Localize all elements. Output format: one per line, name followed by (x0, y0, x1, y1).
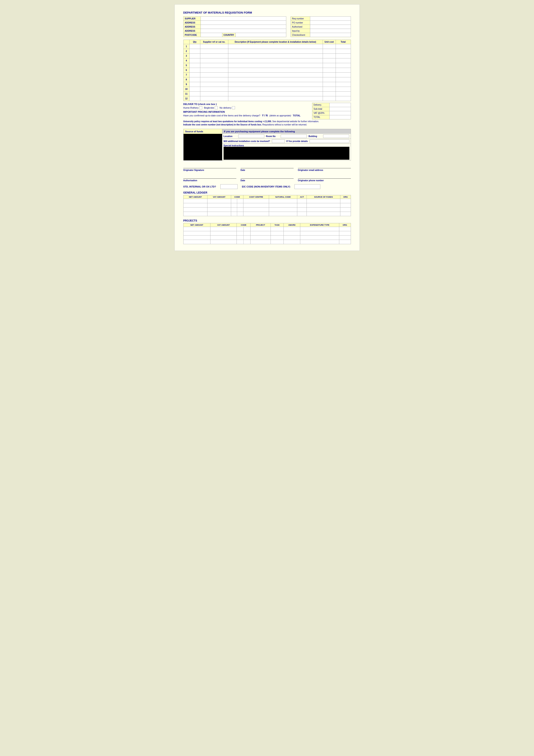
proj-cell[interactable] (300, 240, 339, 244)
supplier-ref-cell[interactable] (200, 82, 228, 87)
delivery-value[interactable] (330, 103, 351, 107)
description-cell[interactable] (228, 96, 323, 101)
gl-cell[interactable] (297, 207, 307, 212)
supplier-ref-cell[interactable] (200, 68, 228, 73)
gl-cell[interactable] (207, 199, 231, 203)
supplier-ref-cell[interactable] (200, 96, 228, 101)
originator-email-line[interactable] (298, 164, 351, 168)
supplier-ref-cell[interactable] (200, 92, 228, 96)
total-value[interactable] (330, 115, 351, 119)
checked-sent-value[interactable] (310, 33, 351, 37)
gl-cell[interactable] (297, 212, 307, 216)
proj-cell[interactable] (339, 231, 351, 235)
supplier-ref-cell[interactable] (200, 63, 228, 68)
qty-cell[interactable] (189, 73, 200, 77)
authorisation-line[interactable] (183, 174, 236, 179)
gl-cell[interactable] (297, 199, 307, 203)
description-cell[interactable] (228, 58, 323, 63)
description-cell[interactable] (228, 54, 323, 58)
unit-cost-cell[interactable] (323, 49, 336, 54)
hume-checkbox[interactable] (199, 106, 202, 109)
supplier-ref-cell[interactable] (200, 44, 228, 49)
gl-cell[interactable] (207, 203, 231, 207)
unit-cost-cell[interactable] (323, 73, 336, 77)
unit-cost-cell[interactable] (323, 77, 336, 82)
gl-cell[interactable] (243, 199, 269, 203)
deliver-begbroke[interactable]: Begbroke (204, 106, 218, 109)
unit-cost-cell[interactable] (323, 96, 336, 101)
special-instructions-body[interactable] (224, 147, 349, 160)
proj-cell[interactable] (270, 235, 284, 240)
description-cell[interactable] (228, 63, 323, 68)
gl-cell[interactable] (207, 207, 231, 212)
description-cell[interactable] (228, 82, 323, 87)
req-number-value[interactable] (310, 16, 351, 20)
qty-cell[interactable] (189, 63, 200, 68)
description-cell[interactable] (228, 87, 323, 92)
address3-value[interactable] (201, 29, 286, 33)
proj-cell[interactable] (284, 231, 300, 235)
proj-cell[interactable] (250, 235, 271, 240)
proj-cell[interactable] (183, 227, 210, 231)
total-cell[interactable] (336, 49, 351, 54)
qty-cell[interactable] (189, 92, 200, 96)
supplier-ref-cell[interactable] (200, 49, 228, 54)
installation-input[interactable] (272, 139, 285, 143)
gl-cell[interactable] (231, 203, 243, 207)
total-cell[interactable] (336, 44, 351, 49)
proj-cell[interactable] (210, 240, 237, 244)
proj-cell[interactable] (237, 240, 250, 244)
total-cell[interactable] (336, 58, 351, 63)
no-delivery-checkbox[interactable] (232, 106, 235, 109)
proj-cell[interactable] (270, 231, 284, 235)
description-cell[interactable] (228, 77, 323, 82)
proj-cell[interactable] (300, 231, 339, 235)
eic-input[interactable] (294, 184, 320, 189)
qty-cell[interactable] (189, 44, 200, 49)
authorised-value[interactable] (310, 25, 351, 29)
gl-cell[interactable] (340, 207, 351, 212)
proj-cell[interactable] (237, 235, 250, 240)
gl-cell[interactable] (340, 199, 351, 203)
proj-cell[interactable] (284, 240, 300, 244)
proj-cell[interactable] (250, 227, 271, 231)
location-input[interactable] (238, 134, 264, 138)
gl-cell[interactable] (183, 203, 207, 207)
description-cell[interactable] (228, 68, 323, 73)
gl-cell[interactable] (183, 199, 207, 203)
source-of-funds-body[interactable] (184, 134, 222, 160)
gl-cell[interactable] (269, 203, 297, 207)
description-cell[interactable] (228, 92, 323, 96)
gl-cell[interactable] (207, 212, 231, 216)
originator-phone-line[interactable] (298, 174, 351, 179)
unit-cost-cell[interactable] (323, 82, 336, 87)
total-cell[interactable] (336, 73, 351, 77)
gl-cell[interactable] (231, 212, 243, 216)
unit-cost-cell[interactable] (323, 54, 336, 58)
gl-cell[interactable] (340, 212, 351, 216)
proj-cell[interactable] (300, 227, 339, 231)
total-cell[interactable] (336, 87, 351, 92)
proj-cell[interactable] (250, 231, 271, 235)
supplier-ref-cell[interactable] (200, 87, 228, 92)
qty-cell[interactable] (189, 68, 200, 73)
gl-cell[interactable] (243, 212, 269, 216)
gl-cell[interactable] (269, 212, 297, 216)
vat-value[interactable] (330, 111, 351, 115)
unit-cost-cell[interactable] (323, 63, 336, 68)
country-value[interactable] (236, 33, 286, 37)
building-input[interactable] (323, 134, 349, 138)
description-cell[interactable] (228, 44, 323, 49)
std-input[interactable] (220, 184, 238, 189)
proj-cell[interactable] (300, 235, 339, 240)
gl-cell[interactable] (231, 207, 243, 212)
deliver-hume[interactable]: Hume-Rothery (183, 106, 202, 109)
proj-cell[interactable] (183, 240, 210, 244)
total-cell[interactable] (336, 92, 351, 96)
address1-value[interactable] (201, 21, 286, 25)
proj-cell[interactable] (237, 227, 250, 231)
proj-cell[interactable] (270, 240, 284, 244)
supplier-ref-cell[interactable] (200, 54, 228, 58)
proj-cell[interactable] (284, 227, 300, 231)
gl-cell[interactable] (340, 203, 351, 207)
